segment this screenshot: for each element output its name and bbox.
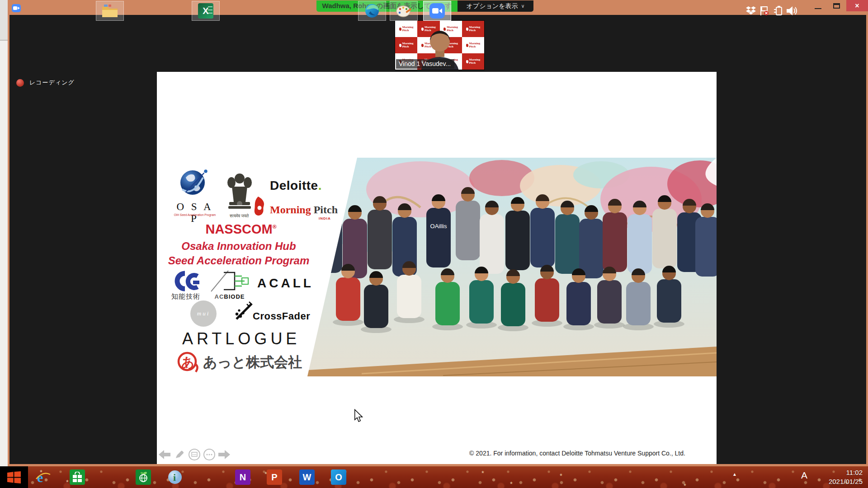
chevron-down-icon: ∨ bbox=[521, 3, 524, 9]
taskbar-zoom-icon[interactable] bbox=[423, 1, 451, 21]
pen-icon bbox=[174, 449, 185, 460]
more-options-button[interactable] bbox=[203, 448, 216, 461]
svg-text:i: i bbox=[173, 472, 176, 483]
artlogue-logo: ARTLOGUE bbox=[182, 329, 300, 348]
taskbar-file-explorer-icon[interactable] bbox=[96, 1, 124, 21]
osap-globe-logo bbox=[179, 168, 209, 200]
mui-logo: mui bbox=[190, 300, 217, 327]
participant-name-label: Vinod 1 Vasudev... bbox=[396, 59, 454, 69]
crossfader-label: CrossFader bbox=[253, 310, 310, 322]
atto-company-label: あっと株式会社 bbox=[203, 353, 302, 372]
view-options-button[interactable]: オプションを表示 ∨ bbox=[458, 0, 533, 12]
previous-slide-button[interactable] bbox=[158, 448, 171, 461]
taskbar-outlook-icon[interactable]: O bbox=[325, 467, 353, 487]
clock-time: 11:02 bbox=[809, 468, 863, 477]
windows-logo-icon bbox=[7, 471, 21, 483]
morning-pitch-flame-icon bbox=[399, 28, 401, 31]
slideshow-toolbar bbox=[158, 448, 231, 463]
slide-footer-copyright: © 2021. For information, contact Deloitt… bbox=[469, 450, 686, 457]
taskbar-store-icon[interactable] bbox=[63, 467, 91, 487]
clock-date: 2021/01/25 bbox=[809, 477, 863, 486]
osap-wordmark: O S A P bbox=[173, 201, 217, 225]
maximize-button[interactable] bbox=[827, 0, 845, 12]
start-button[interactable] bbox=[0, 466, 28, 488]
morning-pitch-flame-icon bbox=[399, 44, 401, 47]
minimize-button[interactable] bbox=[808, 0, 827, 12]
recording-dot-icon bbox=[16, 79, 24, 87]
group-photo: OAillis bbox=[307, 158, 717, 376]
tray-clock[interactable]: 11:02 2021/01/25 bbox=[809, 468, 863, 486]
taskbar-ie-icon[interactable]: e bbox=[29, 467, 57, 487]
atto-mark-icon: あ bbox=[177, 350, 202, 374]
osap-subtitle: OIH Seed Acceleration Program bbox=[169, 213, 221, 216]
next-slide-button[interactable] bbox=[217, 448, 231, 461]
recording-indicator: レコーディング bbox=[16, 79, 75, 87]
chinou-gijutsu-logo bbox=[170, 271, 201, 292]
morning-pitch-mark-icon bbox=[253, 196, 267, 218]
slides-grid-icon bbox=[188, 448, 201, 461]
taskbar-green-globe-app-icon[interactable] bbox=[129, 467, 157, 487]
pen-tool-button[interactable] bbox=[173, 448, 186, 461]
program-title-line2: Seed Acceleration Program bbox=[163, 254, 314, 267]
taskbar-paint-icon[interactable] bbox=[390, 1, 418, 21]
maximize-icon bbox=[833, 3, 840, 9]
chinou-gijutsu-label: 知能技術 bbox=[170, 292, 202, 301]
tray-power-icon[interactable] bbox=[773, 0, 784, 22]
crossfader-icon bbox=[233, 300, 255, 323]
taskbar-word-icon[interactable]: W bbox=[293, 467, 321, 487]
show-hidden-icons-button[interactable]: ▲ bbox=[732, 472, 737, 477]
tray-action-center-flag-icon[interactable] bbox=[760, 0, 769, 22]
person bbox=[318, 200, 342, 273]
arrow-left-icon bbox=[159, 450, 170, 459]
india-emblem-icon bbox=[226, 170, 254, 213]
arrow-right-icon bbox=[218, 450, 230, 459]
taskbar-edge-icon[interactable] bbox=[358, 1, 386, 21]
tray-dropbox-icon[interactable] bbox=[746, 0, 756, 22]
program-title-line1: Osaka Innovation Hub bbox=[163, 240, 314, 253]
ellipsis-icon bbox=[203, 448, 216, 461]
taskbar-info-app-icon[interactable]: i bbox=[161, 467, 189, 487]
recording-label: レコーディング bbox=[29, 79, 75, 87]
taskbar-powerpoint-icon[interactable]: P bbox=[260, 467, 288, 487]
nasscom-logo: NASSCOM® bbox=[183, 222, 299, 237]
taskbar-excel-icon[interactable]: X bbox=[192, 1, 220, 21]
presentation-slide: O S A P OIH Seed Acceleration Program सत… bbox=[157, 72, 717, 464]
tray-volume-icon[interactable] bbox=[787, 0, 798, 22]
see-all-slides-button[interactable] bbox=[188, 448, 201, 461]
zoom-camera-icon bbox=[12, 4, 21, 12]
acbiode-logo bbox=[208, 269, 250, 293]
shirt-brand-label: OAillis bbox=[430, 223, 447, 230]
acall-logo: ACALL bbox=[257, 276, 314, 291]
minimize-icon bbox=[815, 8, 821, 9]
background-window-edge bbox=[0, 0, 8, 41]
participant-video-thumbnail[interactable]: MorningPitchMorningPitchMorningPitchMorn… bbox=[395, 20, 485, 70]
mouse-cursor bbox=[354, 409, 363, 422]
background-window-strip bbox=[0, 0, 8, 466]
tray-ime-indicator[interactable]: A bbox=[801, 470, 807, 481]
taskbar-onenote-icon[interactable]: N bbox=[229, 467, 257, 487]
acbiode-label: ACBIODE bbox=[208, 293, 252, 300]
svg-text:あ: あ bbox=[181, 355, 194, 369]
close-button[interactable]: × bbox=[846, 0, 868, 11]
view-options-label: オプションを表示 bbox=[466, 2, 518, 10]
